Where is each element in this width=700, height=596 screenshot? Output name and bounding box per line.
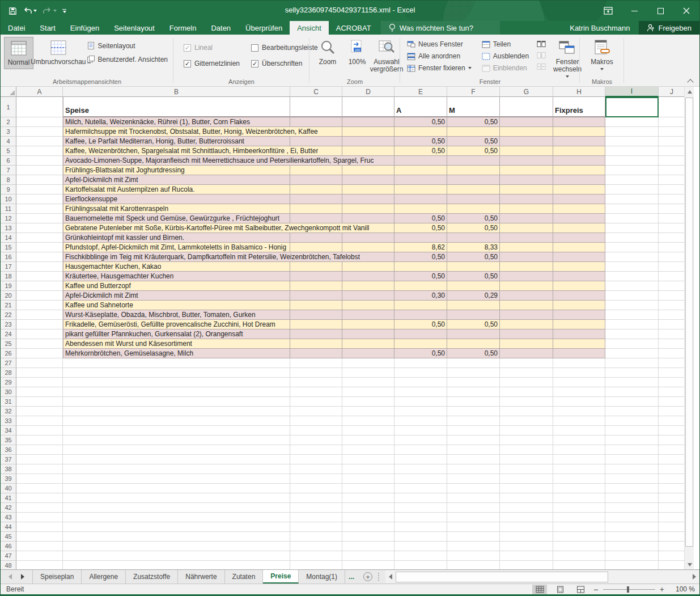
cell-E40[interactable] [394,484,447,493]
headings-checkbox-box[interactable]: ✓ [251,60,258,67]
cell-I14[interactable] [605,233,659,243]
cell-A45[interactable] [16,532,63,542]
cell-H10[interactable] [553,195,605,204]
cell-J11[interactable] [659,204,685,214]
formula-bar-checkbox-box[interactable] [251,44,258,52]
cell-B3[interactable]: Hafermilchsuppe mit Trockenobst, Obstsal… [63,127,290,137]
cell-I34[interactable] [605,426,659,436]
row-header-24[interactable]: 24 [1,329,16,339]
cell-E34[interactable] [394,426,447,436]
cell-G6[interactable] [500,156,553,166]
cell-C34[interactable] [290,426,342,436]
menu-tab-überprüfen[interactable]: Überprüfen [238,21,290,35]
cell-A6[interactable] [16,156,63,166]
cell-J47[interactable] [659,551,685,561]
cell-I40[interactable] [605,484,659,493]
cell-G22[interactable] [500,310,553,320]
cell-J23[interactable] [659,320,685,329]
cell-I41[interactable] [605,493,659,503]
reset-window-position-button[interactable] [537,63,546,70]
scroll-left-arrow[interactable] [385,570,395,583]
zoom-slider-handle[interactable] [627,586,629,593]
row-header-34[interactable]: 34 [1,426,16,436]
cell-C43[interactable] [290,513,342,522]
cell-I20[interactable] [605,291,659,301]
row-header-44[interactable]: 44 [1,522,16,532]
cell-G32[interactable] [500,407,553,416]
tell-me-search[interactable]: Was möchten Sie tun? [381,21,500,35]
share-button[interactable]: Freigeben [639,21,699,35]
row-header-23[interactable]: 23 [1,320,16,329]
cell-H42[interactable] [553,503,605,513]
cell-I47[interactable] [605,551,659,561]
row-header-28[interactable]: 28 [1,368,16,378]
cell-B11[interactable]: Frühlingssalat mit Karottenraspeln [63,204,290,214]
cell-I11[interactable] [605,204,659,214]
cell-A26[interactable] [16,349,63,358]
cell-C27[interactable] [290,358,342,368]
cell-D45[interactable] [342,532,394,542]
cell-A12[interactable] [16,214,63,223]
cell-B21[interactable]: Kaffee und Sahnetorte [63,301,290,310]
cell-G5[interactable] [500,146,553,156]
vertical-scrollbar-thumb[interactable] [685,98,693,547]
cell-H35[interactable] [553,436,605,445]
cell-G43[interactable] [500,513,553,522]
cell-J9[interactable] [659,185,685,195]
cell-F31[interactable] [447,397,500,407]
cell-B32[interactable] [63,407,290,416]
cell-H29[interactable] [553,378,605,387]
cell-D40[interactable] [342,484,394,493]
cell-J44[interactable] [659,522,685,532]
vertical-scrollbar[interactable] [684,87,694,569]
cell-C42[interactable] [290,503,342,513]
cell-F2[interactable]: 0,50 [447,117,500,127]
cell-F44[interactable] [447,522,500,532]
cell-H12[interactable] [553,214,605,223]
cell-E32[interactable] [394,407,447,416]
cell-G28[interactable] [500,368,553,378]
cell-A42[interactable] [16,503,63,513]
cell-E20[interactable]: 0,30 [394,291,447,301]
cell-G11[interactable] [500,204,553,214]
cell-E30[interactable] [394,387,447,397]
cell-G27[interactable] [500,358,553,368]
cell-E24[interactable] [394,329,447,339]
cell-E12[interactable]: 0,50 [394,214,447,223]
cell-I21[interactable] [605,301,659,310]
cell-F20[interactable]: 0,29 [447,291,500,301]
cell-A34[interactable] [16,426,63,436]
sheet-tab-zusatzstoffe[interactable]: Zusatzstoffe [126,570,178,584]
cell-E37[interactable] [394,455,447,464]
cell-E46[interactable] [394,542,447,551]
cell-J10[interactable] [659,195,685,204]
cell-F17[interactable] [447,262,500,272]
page-layout-view-button[interactable]: Seitenlayout [87,41,168,50]
cell-E21[interactable] [394,301,447,310]
cell-G26[interactable] [500,349,553,358]
column-header-G[interactable]: G [500,87,553,97]
cell-G45[interactable] [500,532,553,542]
cell-F7[interactable] [447,166,500,175]
cell-C37[interactable] [290,455,342,464]
cell-E39[interactable] [394,474,447,484]
cell-H36[interactable] [553,445,605,455]
switch-windows-dropdown-arrow[interactable] [566,75,569,78]
cell-H18[interactable] [553,272,605,281]
cell-D25[interactable] [342,339,394,349]
cell-J45[interactable] [659,532,685,542]
cell-E17[interactable] [394,262,447,272]
view-side-by-side-button[interactable] [537,40,546,48]
row-header-30[interactable]: 30 [1,387,16,397]
ruler-checkbox-box[interactable]: ✓ [184,44,191,52]
cell-G23[interactable] [500,320,553,329]
cell-C45[interactable] [290,532,342,542]
cell-J20[interactable] [659,291,685,301]
cell-J21[interactable] [659,301,685,310]
cell-G30[interactable] [500,387,553,397]
cell-F22[interactable] [447,310,500,320]
cell-J14[interactable] [659,233,685,243]
cell-C41[interactable] [290,493,342,503]
cell-H26[interactable] [553,349,605,358]
cell-I15[interactable] [605,243,659,252]
